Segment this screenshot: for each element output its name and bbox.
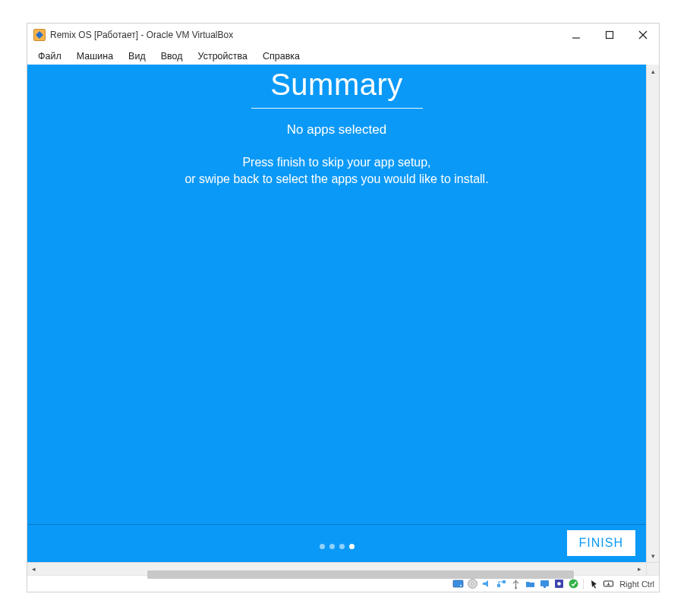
- svg-point-8: [471, 583, 474, 585]
- recording-icon[interactable]: [553, 578, 565, 590]
- scroll-thumb[interactable]: [147, 570, 574, 579]
- network-icon[interactable]: [495, 578, 507, 590]
- svg-rect-12: [540, 580, 549, 586]
- menu-devices[interactable]: Устройства: [192, 49, 254, 63]
- horizontal-scrollbar[interactable]: ◂ ▸: [27, 562, 646, 575]
- svg-point-15: [557, 582, 561, 586]
- guest-display[interactable]: Summary No apps selected Press finish to…: [27, 65, 646, 562]
- scroll-track[interactable]: [647, 77, 659, 549]
- svg-rect-2: [607, 32, 613, 39]
- scroll-left-icon[interactable]: ◂: [27, 565, 40, 573]
- svg-rect-5: [453, 580, 463, 587]
- page-dot[interactable]: [329, 544, 335, 549]
- menu-view[interactable]: Вид: [122, 49, 152, 63]
- svg-marker-0: [36, 31, 43, 39]
- window-controls: [566, 27, 653, 43]
- page-dot-active[interactable]: [349, 544, 355, 549]
- minimize-button[interactable]: [566, 27, 586, 43]
- svg-point-6: [460, 585, 462, 586]
- summary-subtitle: No apps selected: [27, 122, 646, 137]
- window-title: Remix OS [Работает] - Oracle VM VirtualB…: [50, 30, 566, 40]
- scroll-corner: [646, 562, 659, 575]
- menu-machine[interactable]: Машина: [71, 49, 119, 63]
- vm-window: Remix OS [Работает] - Oracle VM VirtualB…: [27, 23, 660, 592]
- shared-folder-icon[interactable]: [524, 578, 536, 590]
- close-button[interactable]: [633, 27, 653, 43]
- usb-icon[interactable]: [509, 578, 522, 590]
- horizontal-scroll-row: ◂ ▸: [27, 562, 659, 575]
- page-dot[interactable]: [339, 544, 345, 549]
- guest-additions-icon[interactable]: [567, 578, 579, 590]
- page-dot[interactable]: [320, 544, 325, 549]
- maximize-button[interactable]: [600, 27, 619, 43]
- vertical-scrollbar[interactable]: ▴ ▾: [646, 65, 659, 562]
- summary-text: Press finish to skip your app setup, or …: [27, 154, 646, 187]
- page-title: Summary: [27, 68, 646, 105]
- svg-point-16: [569, 580, 578, 589]
- scroll-right-icon[interactable]: ▸: [633, 565, 646, 573]
- menu-help[interactable]: Справка: [257, 49, 306, 63]
- virtualbox-icon: [33, 29, 46, 41]
- content-area: Summary No apps selected Press finish to…: [27, 65, 659, 562]
- status-separator: [583, 579, 584, 589]
- finish-button[interactable]: FINISH: [567, 530, 635, 556]
- host-key-label: Right Ctrl: [619, 580, 654, 589]
- summary-line-1: Press finish to skip your app setup,: [27, 154, 646, 171]
- svg-point-11: [515, 587, 517, 589]
- keyboard-capture-icon[interactable]: [602, 578, 614, 590]
- page-indicator: [320, 544, 355, 549]
- optical-icon[interactable]: [466, 578, 478, 590]
- audio-icon[interactable]: [481, 578, 493, 590]
- svg-rect-13: [544, 586, 546, 588]
- harddisk-icon[interactable]: [452, 578, 464, 590]
- footer-divider: [27, 524, 646, 525]
- menu-input[interactable]: Ввод: [155, 49, 189, 63]
- scroll-up-icon[interactable]: ▴: [647, 65, 659, 77]
- summary-line-2: or swipe back to select the apps you wou…: [27, 171, 646, 188]
- menu-file[interactable]: Файл: [32, 49, 68, 63]
- mouse-integration-icon[interactable]: [588, 578, 600, 590]
- menubar: Файл Машина Вид Ввод Устройства Справка: [27, 46, 659, 65]
- title-underline: [251, 108, 423, 109]
- summary-block: Summary No apps selected Press finish to…: [27, 68, 646, 187]
- display-icon[interactable]: [538, 578, 550, 590]
- scroll-down-icon[interactable]: ▾: [647, 549, 659, 562]
- titlebar: Remix OS [Работает] - Oracle VM VirtualB…: [27, 24, 659, 46]
- svg-rect-9: [497, 584, 500, 587]
